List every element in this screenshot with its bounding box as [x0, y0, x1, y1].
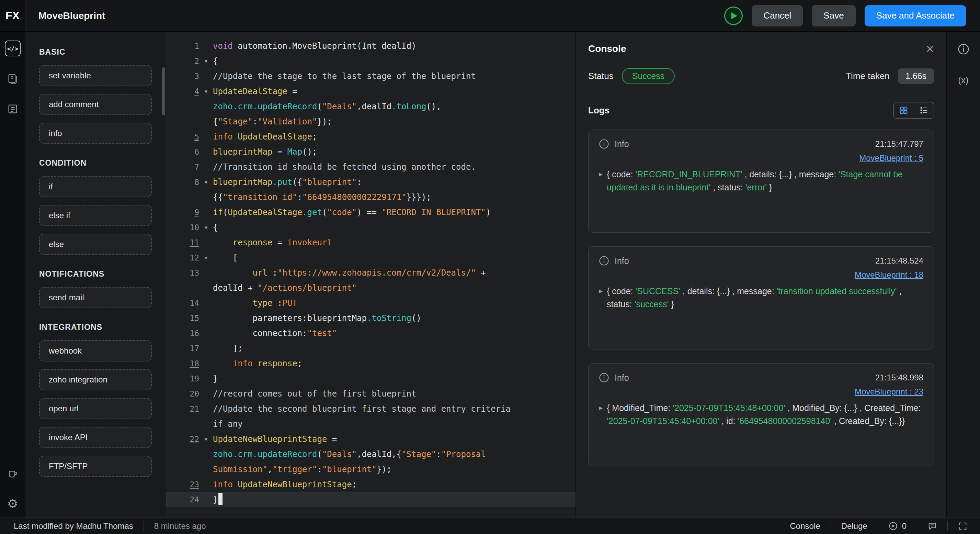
code-text[interactable]: ];	[213, 341, 512, 356]
cancel-button[interactable]: Cancel	[752, 5, 803, 27]
line-number[interactable]: 10	[170, 220, 199, 235]
code-text[interactable]: info UpdateNewBlueprintStage;	[213, 477, 512, 492]
line-number[interactable]: 19	[170, 371, 199, 386]
line-number[interactable]: 24	[170, 492, 199, 507]
log-source-link[interactable]: MoveBlueprint : 5	[859, 153, 923, 163]
sidebar-item-set-variable[interactable]: set variable	[39, 65, 152, 86]
code-text[interactable]: blueprintMap = Map();	[213, 144, 512, 159]
sidebar-item-send-mail[interactable]: send mail	[39, 287, 152, 308]
sidebar-item-zoho-integration[interactable]: zoho integration	[39, 369, 152, 391]
line-number[interactable]: 12	[170, 250, 199, 265]
line-number[interactable]: 8	[170, 175, 199, 205]
code-text[interactable]: info response;	[213, 356, 512, 371]
divider	[917, 521, 917, 531]
code-text[interactable]: connection:"test"	[213, 326, 512, 341]
sidebar-item-else[interactable]: else	[39, 234, 152, 255]
expand-arrow-icon[interactable]: ▸	[599, 285, 603, 311]
code-text[interactable]: //Update the stage to the last stage of …	[213, 69, 512, 84]
line-number[interactable]: 16	[170, 326, 199, 341]
line-number[interactable]: 23	[170, 477, 199, 492]
line-number[interactable]: 15	[170, 311, 199, 326]
line-number[interactable]: 21	[170, 402, 199, 432]
code-text[interactable]: void automation.MoveBlueprint(Int dealId…	[213, 38, 512, 54]
list-view-icon[interactable]	[914, 102, 934, 118]
code-text[interactable]: parameters:blueprintMap.toString()	[213, 311, 512, 326]
code-text[interactable]: if(UpdateDealStage.get("code") == "RECOR…	[213, 205, 512, 220]
code-text[interactable]: UpdateNewBlueprintStage = zoho.crm.updat…	[213, 432, 512, 477]
code-text[interactable]: //Update the second blueprint first stag…	[213, 402, 512, 432]
expand-arrow-icon[interactable]: ▸	[599, 402, 603, 427]
sidebar-item-webhook[interactable]: webhook	[39, 340, 152, 362]
sidebar-item-if[interactable]: if	[39, 176, 152, 197]
fold-arrow-icon[interactable]: ▾	[199, 432, 213, 477]
settings-gear-icon[interactable]: ⚙	[5, 496, 21, 511]
code-text[interactable]: response = invokeurl	[213, 235, 512, 250]
line-number[interactable]: 20	[170, 386, 199, 402]
code-text[interactable]: {	[213, 54, 512, 69]
sidebar-item-else-if[interactable]: else if	[39, 205, 152, 226]
code-text[interactable]: info UpdateDealStage;	[213, 129, 512, 144]
code-text[interactable]: }	[213, 371, 512, 386]
code-editor-icon[interactable]: </>	[5, 41, 21, 56]
sidebar-item-add-comment[interactable]: add comment	[39, 94, 152, 115]
fold-arrow-icon[interactable]: ▾	[199, 250, 213, 265]
sidebar-item-open-url[interactable]: open url	[39, 398, 152, 419]
line-number[interactable]: 1	[170, 38, 199, 54]
error-indicator[interactable]: 0	[888, 521, 907, 531]
line-number[interactable]: 6	[170, 144, 199, 159]
line-number[interactable]: 11	[170, 235, 199, 250]
fold-arrow-icon[interactable]: ▾	[199, 175, 213, 205]
code-text[interactable]: }	[213, 492, 512, 507]
line-number[interactable]: 17	[170, 341, 199, 356]
code-text[interactable]: blueprintMap.put({"blueprint": {{"transi…	[213, 175, 512, 205]
line-number[interactable]: 3	[170, 69, 199, 84]
save-button[interactable]: Save	[812, 5, 855, 27]
info-icon[interactable]	[956, 41, 971, 57]
library-icon[interactable]	[5, 71, 21, 87]
grid-view-icon[interactable]	[894, 102, 914, 118]
close-icon[interactable]: ×	[926, 42, 934, 56]
code-text[interactable]: UpdateDealStage = zoho.crm.updateRecord(…	[213, 84, 512, 129]
line-number[interactable]: 7	[170, 159, 199, 175]
log-source-link[interactable]: MoveBlueprint : 18	[855, 270, 923, 279]
log-body: ▸{ code: 'SUCCESS' , details: {...} , me…	[599, 285, 923, 311]
sidebar-scrollbar[interactable]	[162, 67, 165, 115]
fold-arrow-icon	[199, 265, 213, 295]
code-text[interactable]: url :"https://www.zohoapis.com/crm/v2/De…	[213, 265, 512, 295]
fold-arrow-icon	[199, 326, 213, 341]
save-and-associate-button[interactable]: Save and Associate	[865, 5, 966, 27]
language-label[interactable]: Deluge	[841, 521, 867, 531]
sidebar-item-invoke-api[interactable]: invoke API	[39, 427, 152, 448]
snippets-icon[interactable]	[5, 101, 21, 117]
gear-glyph: ⚙	[7, 497, 18, 511]
sidebar-item-info[interactable]: info	[39, 123, 152, 144]
run-button[interactable]	[724, 6, 743, 25]
sidebar-item-ftp-sftp[interactable]: FTP/SFTP	[39, 456, 152, 477]
fold-arrow-icon[interactable]: ▾	[199, 220, 213, 235]
log-source-link[interactable]: MoveBlueprint : 23	[855, 387, 923, 396]
api-console-icon[interactable]	[5, 465, 21, 481]
code-text[interactable]: {	[213, 220, 512, 235]
fullscreen-icon[interactable]	[958, 521, 968, 531]
line-number[interactable]: 9	[170, 205, 199, 220]
expand-arrow-icon[interactable]: ▸	[599, 168, 603, 194]
logs-header-row: Logs	[576, 84, 947, 118]
line-number[interactable]: 4	[170, 84, 199, 129]
fold-arrow-icon[interactable]: ▾	[199, 54, 213, 69]
line-number[interactable]: 14	[170, 295, 199, 311]
console-toggle[interactable]: Console	[790, 521, 820, 531]
line-number[interactable]: 22	[170, 432, 199, 477]
code-editor[interactable]: 1void automation.MoveBlueprint(Int dealI…	[166, 32, 576, 518]
feedback-icon[interactable]	[928, 521, 937, 531]
fold-arrow-icon[interactable]: ▾	[199, 84, 213, 129]
line-number[interactable]: 2	[170, 54, 199, 69]
line-number[interactable]: 13	[170, 265, 199, 295]
code-text[interactable]: [	[213, 250, 512, 265]
code-text[interactable]: //Transition id should be fetched using …	[213, 159, 512, 175]
log-list: Info21:15:47.797MoveBlueprint : 5▸{ code…	[576, 118, 947, 480]
line-number[interactable]: 5	[170, 129, 199, 144]
code-text[interactable]: //record comes out of the first blueprin…	[213, 386, 512, 402]
code-text[interactable]: type :PUT	[213, 295, 512, 311]
variables-icon[interactable]: (x)	[956, 72, 971, 88]
line-number[interactable]: 18	[170, 356, 199, 371]
